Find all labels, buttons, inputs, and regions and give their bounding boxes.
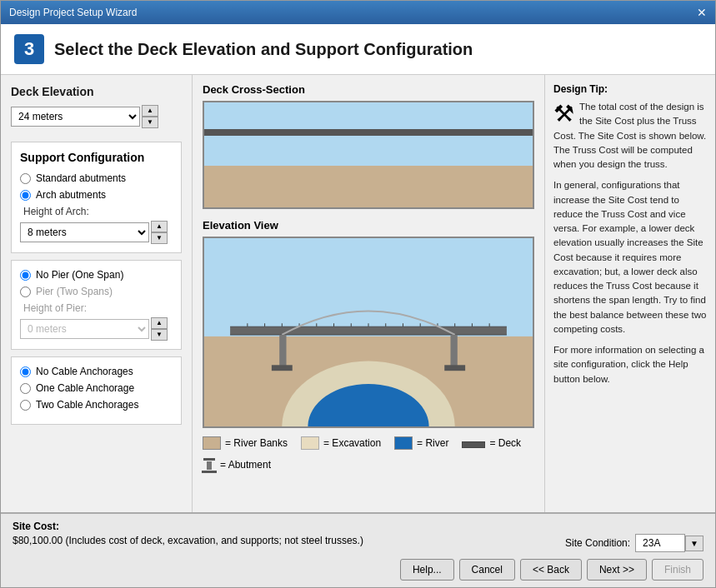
standard-abutments-radio[interactable]	[20, 173, 31, 184]
finish-button[interactable]: Finish	[652, 559, 703, 581]
pier-height-row: 0 meters ▲ ▼	[20, 317, 173, 341]
left-panel: Deck Elevation 16 meters 18 meters 20 me…	[1, 75, 193, 512]
deck-elevation-spinner: ▲ ▼	[142, 105, 158, 128]
legend-swatch-excavation	[301, 436, 319, 450]
legend-label-excavation: = Excavation	[323, 437, 381, 449]
one-cable-radio[interactable]	[20, 383, 31, 394]
pier-radio[interactable]	[20, 287, 31, 297]
svg-rect-24	[272, 365, 293, 371]
no-pier-radio[interactable]	[20, 270, 31, 281]
one-cable-label: One Cable Anchorage	[36, 382, 134, 394]
legend-label-river: = River	[417, 437, 448, 449]
arch-height-select[interactable]: 4 meters 6 meters 8 meters 10 meters	[20, 222, 149, 242]
legend-label-deck: = Deck	[489, 437, 521, 449]
deck-elevation-down[interactable]: ▼	[142, 117, 158, 128]
content-area: 3 Select the Deck Elevation and Support …	[1, 24, 715, 587]
no-pier-option[interactable]: No Pier (One Span)	[20, 269, 173, 281]
deck-elevation-select[interactable]: 16 meters 18 meters 20 meters 22 meters …	[11, 107, 140, 127]
elevation-svg	[204, 238, 533, 426]
legend-label-river-banks: = River Banks	[225, 437, 288, 449]
pier-height-down[interactable]: ▼	[151, 329, 168, 341]
design-tip-body2: In general, configurations that increase…	[553, 180, 707, 334]
pier-height-up[interactable]: ▲	[151, 317, 168, 329]
legend-river-banks: = River Banks	[203, 436, 288, 450]
cross-section-view	[203, 101, 534, 209]
cs-deck	[204, 129, 533, 136]
legend: = River Banks = Excavation = River = Dec…	[203, 436, 534, 473]
pier-option[interactable]: Pier (Two Spans)	[20, 286, 173, 297]
cs-ground	[204, 166, 533, 207]
main-content: Deck Elevation 16 meters 18 meters 20 me…	[1, 75, 715, 512]
standard-abutments-option[interactable]: Standard abutments	[20, 172, 173, 184]
svg-rect-25	[444, 365, 465, 371]
back-button[interactable]: << Back	[520, 559, 582, 581]
no-cable-radio[interactable]	[20, 366, 31, 377]
legend-label-abutment: = Abutment	[220, 459, 271, 471]
deck-elevation-up[interactable]: ▲	[142, 105, 158, 117]
elevation-view	[203, 237, 534, 428]
arch-abutments-option[interactable]: Arch abutments	[20, 189, 173, 201]
svg-rect-4	[230, 326, 507, 335]
help-button[interactable]: Help...	[400, 559, 454, 581]
site-condition-label: Site Condition:	[565, 537, 630, 549]
deck-elevation-section: Deck Elevation 16 meters 18 meters 20 me…	[11, 85, 182, 128]
arch-height-spinner: ▲ ▼	[151, 221, 168, 244]
title-bar: Design Project Setup Wizard ✕	[1, 1, 715, 24]
pier-height-label: Height of Pier:	[23, 302, 173, 314]
site-condition-dropdown[interactable]: ▼	[685, 536, 703, 551]
tool-icon: ⚒	[553, 100, 574, 127]
site-condition-select-area: 23A ▼	[635, 534, 703, 552]
window-title: Design Project Setup Wizard	[9, 7, 137, 18]
no-cable-option[interactable]: No Cable Anchorages	[20, 366, 173, 377]
cancel-button[interactable]: Cancel	[459, 559, 515, 581]
button-row: Help... Cancel << Back Next >> Finish	[13, 559, 703, 581]
arch-height-down[interactable]: ▼	[151, 232, 168, 244]
design-tip-body2-container: In general, configurations that increase…	[553, 178, 707, 336]
design-tip-icon-row: ⚒ The total cost of the design is the Si…	[553, 100, 707, 172]
site-condition-value: 23A	[635, 534, 685, 552]
arch-abutments-radio[interactable]	[20, 190, 31, 201]
legend-excavation: = Excavation	[301, 436, 381, 450]
two-cable-radio[interactable]	[20, 400, 31, 411]
site-condition-area: Site Condition: 23A ▼	[565, 534, 703, 552]
no-cable-label: No Cable Anchorages	[36, 366, 133, 377]
two-cable-label: Two Cable Anchorages	[36, 399, 138, 411]
one-cable-option[interactable]: One Cable Anchorage	[20, 382, 173, 394]
svg-rect-23	[451, 335, 458, 367]
legend-swatch-deck	[462, 441, 485, 448]
legend-deck: = Deck	[462, 436, 521, 450]
two-cable-option[interactable]: Two Cable Anchorages	[20, 399, 173, 411]
legend-swatch-abutment	[203, 456, 216, 473]
pier-height-select[interactable]: 0 meters	[20, 319, 149, 339]
next-button[interactable]: Next >>	[587, 559, 647, 581]
support-config-label: Support Configuration	[20, 151, 173, 164]
legend-abutment: = Abutment	[203, 456, 271, 473]
deck-elevation-row: 16 meters 18 meters 20 meters 22 meters …	[11, 105, 182, 128]
design-tip-body3: For more information on selecting a site…	[553, 345, 704, 384]
legend-swatch-river	[394, 436, 413, 450]
right-panel: Design Tip: ⚒ The total cost of the desi…	[544, 75, 715, 512]
legend-river: = River	[394, 436, 448, 450]
pier-section: No Pier (One Span) Pier (Two Spans) Heig…	[11, 260, 182, 350]
support-config-section: Support Configuration Standard abutments…	[11, 142, 182, 253]
site-cost-area: $80,100.00 (Includes cost of deck, excav…	[13, 535, 363, 551]
design-tip-title: Design Tip:	[553, 83, 707, 95]
footer: Site Cost: $80,100.00 (Includes cost of …	[1, 512, 715, 587]
no-pier-label: No Pier (One Span)	[36, 269, 123, 281]
pier-label: Pier (Two Spans)	[36, 286, 113, 297]
arch-abutments-label: Arch abutments	[36, 189, 106, 201]
legend-swatch-river-banks	[203, 436, 221, 450]
wizard-title: Select the Deck Elevation and Support Co…	[54, 40, 473, 59]
arch-height-up[interactable]: ▲	[151, 221, 168, 232]
elevation-title: Elevation View	[203, 219, 534, 232]
design-tip-body1: The total cost of the design is the Site…	[553, 102, 706, 169]
standard-abutments-label: Standard abutments	[36, 172, 126, 184]
design-tip-body3-container: For more information on selecting a site…	[553, 343, 707, 386]
deck-elevation-label: Deck Elevation	[11, 85, 182, 98]
footer-bottom: $80,100.00 (Includes cost of deck, excav…	[13, 534, 703, 552]
arch-height-label: Height of Arch:	[23, 206, 173, 217]
close-button[interactable]: ✕	[697, 6, 707, 19]
site-cost-label: Site Cost:	[13, 521, 703, 532]
site-cost-value: $80,100.00 (Includes cost of deck, excav…	[13, 535, 363, 546]
arch-height-row: 4 meters 6 meters 8 meters 10 meters ▲ ▼	[20, 221, 173, 244]
